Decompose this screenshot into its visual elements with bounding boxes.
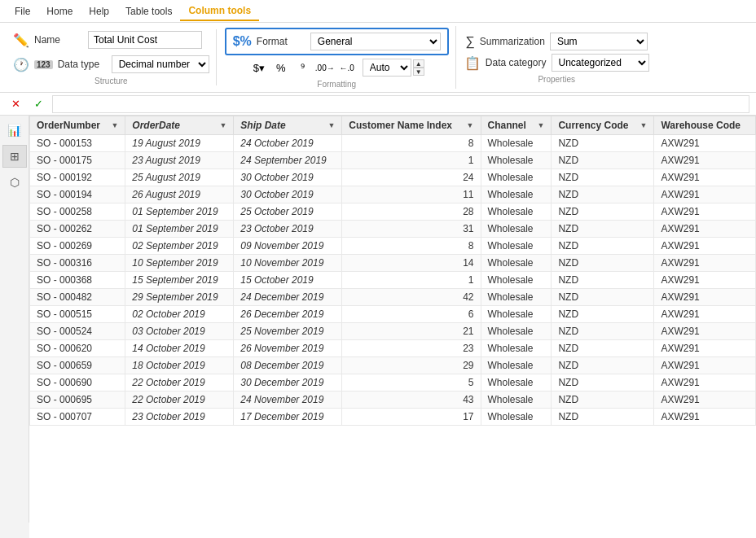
- table-row[interactable]: SO - 000175 23 August 2019 24 September …: [30, 152, 756, 169]
- name-icon: ✏️: [13, 33, 29, 48]
- table-row[interactable]: SO - 000620 14 October 2019 26 November …: [30, 340, 756, 357]
- dollar-dropdown-btn[interactable]: $▾: [249, 59, 269, 77]
- cell-currency-code: NZD: [552, 169, 654, 186]
- cell-warehouse-code: AXW291: [654, 238, 756, 255]
- sidebar-report-icon[interactable]: 📊: [2, 119, 27, 142]
- cell-order-number: SO - 000482: [30, 289, 125, 306]
- cell-customer-name-index: 29: [342, 357, 481, 374]
- cell-ship-date: 15 October 2019: [234, 272, 342, 289]
- table-header-row: OrderNumber ▼ OrderDate ▼ Ship Date: [30, 116, 756, 135]
- cell-order-number: SO - 000515: [30, 306, 125, 323]
- table-row[interactable]: SO - 000316 10 September 2019 10 Novembe…: [30, 255, 756, 272]
- cell-customer-name-index: 17: [342, 409, 481, 426]
- filter-order-number[interactable]: ▼: [111, 121, 118, 129]
- table-row[interactable]: SO - 000482 29 September 2019 24 Decembe…: [30, 289, 756, 306]
- cell-order-number: SO - 000192: [30, 169, 125, 186]
- cell-currency-code: NZD: [552, 340, 654, 357]
- cell-customer-name-index: 8: [342, 135, 481, 152]
- cell-ship-date: 24 October 2019: [234, 135, 342, 152]
- auto-spinner[interactable]: ▲ ▼: [413, 59, 424, 76]
- cell-currency-code: NZD: [552, 306, 654, 323]
- menu-table-tools[interactable]: Table tools: [117, 2, 180, 20]
- cell-channel: Wholesale: [481, 238, 552, 255]
- ribbon-properties-group: ∑ Summarization Sum 📋 Data category Unca…: [458, 31, 656, 84]
- decimal-inc-btn[interactable]: .00→: [315, 59, 335, 77]
- cell-warehouse-code: AXW291: [654, 152, 756, 169]
- menu-home[interactable]: Home: [38, 2, 81, 20]
- comma-btn[interactable]: ⁹: [293, 59, 313, 77]
- format-select[interactable]: General: [310, 33, 441, 50]
- name-input[interactable]: [88, 31, 202, 49]
- sidebar-table-icon[interactable]: ⊞: [2, 145, 27, 168]
- cell-currency-code: NZD: [552, 152, 654, 169]
- col-header-channel[interactable]: Channel ▼: [481, 116, 552, 135]
- table-row[interactable]: SO - 000515 02 October 2019 26 December …: [30, 306, 756, 323]
- cell-currency-code: NZD: [552, 357, 654, 374]
- formula-input-area[interactable]: [52, 95, 749, 113]
- col-header-currency-code[interactable]: Currency Code ▼: [552, 116, 654, 135]
- table-row[interactable]: SO - 000690 22 October 2019 30 December …: [30, 374, 756, 391]
- menu-file[interactable]: File: [7, 2, 38, 20]
- table-row[interactable]: SO - 000269 02 September 2019 09 Novembe…: [30, 238, 756, 255]
- cell-warehouse-code: AXW291: [654, 391, 756, 409]
- menu-column-tools[interactable]: Column tools: [180, 2, 259, 21]
- table-row[interactable]: SO - 000192 25 August 2019 30 October 20…: [30, 169, 756, 186]
- table-row[interactable]: SO - 000262 01 September 2019 23 October…: [30, 221, 756, 238]
- format-box: $% Format General: [225, 28, 449, 55]
- cell-channel: Wholesale: [481, 289, 552, 306]
- menu-help[interactable]: Help: [81, 2, 117, 20]
- filter-order-date[interactable]: ▼: [219, 121, 226, 129]
- summarization-select[interactable]: Sum: [550, 33, 648, 50]
- spin-down[interactable]: ▼: [413, 68, 424, 76]
- spin-up[interactable]: ▲: [413, 59, 424, 68]
- cell-currency-code: NZD: [552, 374, 654, 391]
- table-row[interactable]: SO - 000707 23 October 2019 17 December …: [30, 409, 756, 426]
- cell-order-number: SO - 000153: [30, 135, 125, 152]
- col-header-warehouse-code[interactable]: Warehouse Code: [654, 116, 756, 135]
- col-header-customer-name-index[interactable]: Customer Name Index ▼: [342, 116, 481, 135]
- data-category-select[interactable]: Uncategorized: [552, 54, 649, 72]
- filter-ship-date[interactable]: ▼: [327, 121, 335, 129]
- cell-customer-name-index: 23: [342, 340, 481, 357]
- properties-label: Properties: [464, 73, 649, 84]
- cell-order-number: SO - 000194: [30, 186, 125, 203]
- filter-currency-code[interactable]: ▼: [640, 121, 648, 129]
- filter-channel[interactable]: ▼: [538, 121, 545, 129]
- summarization-label: Summarization: [480, 36, 545, 47]
- cell-customer-name-index: 28: [342, 203, 481, 221]
- decimal-dec-btn[interactable]: ←.0: [337, 59, 357, 77]
- cell-order-date: 10 September 2019: [125, 255, 234, 272]
- cell-warehouse-code: AXW291: [654, 255, 756, 272]
- confirm-button[interactable]: ✓: [29, 95, 47, 113]
- cancel-button[interactable]: ✕: [7, 95, 24, 113]
- cell-currency-code: NZD: [552, 238, 654, 255]
- data-type-badge: 123: [34, 60, 53, 69]
- table-row[interactable]: SO - 000524 03 October 2019 25 November …: [30, 323, 756, 340]
- data-type-select[interactable]: Decimal number: [112, 55, 209, 73]
- table-row[interactable]: SO - 000695 22 October 2019 24 November …: [30, 391, 756, 409]
- table-row[interactable]: SO - 000659 18 October 2019 08 December …: [30, 357, 756, 374]
- cell-ship-date: 30 October 2019: [234, 169, 342, 186]
- content-area: 📊 ⊞ ⬡ OrderNumber ▼ OrderDate ▼: [0, 116, 756, 538]
- cell-currency-code: NZD: [552, 221, 654, 238]
- cell-customer-name-index: 31: [342, 221, 481, 238]
- table-row[interactable]: SO - 000153 19 August 2019 24 October 20…: [30, 135, 756, 152]
- cell-order-number: SO - 000262: [30, 221, 125, 238]
- table-row[interactable]: SO - 000194 26 August 2019 30 October 20…: [30, 186, 756, 203]
- table-row[interactable]: SO - 000258 01 September 2019 25 October…: [30, 203, 756, 221]
- cell-order-number: SO - 000659: [30, 357, 125, 374]
- col-header-order-number[interactable]: OrderNumber ▼: [30, 116, 125, 135]
- filter-customer-name-index[interactable]: ▼: [467, 121, 474, 129]
- sidebar-model-icon[interactable]: ⬡: [2, 171, 27, 194]
- col-header-ship-date[interactable]: Ship Date ▼: [234, 116, 342, 135]
- auto-select[interactable]: Auto: [363, 59, 411, 77]
- cell-warehouse-code: AXW291: [654, 289, 756, 306]
- cell-ship-date: 10 November 2019: [234, 255, 342, 272]
- cell-warehouse-code: AXW291: [654, 340, 756, 357]
- table-row[interactable]: SO - 000368 15 September 2019 15 October…: [30, 272, 756, 289]
- col-header-order-date[interactable]: OrderDate ▼: [125, 116, 234, 135]
- cell-channel: Wholesale: [481, 340, 552, 357]
- cell-currency-code: NZD: [552, 255, 654, 272]
- percent-btn[interactable]: %: [271, 59, 291, 77]
- cell-channel: Wholesale: [481, 169, 552, 186]
